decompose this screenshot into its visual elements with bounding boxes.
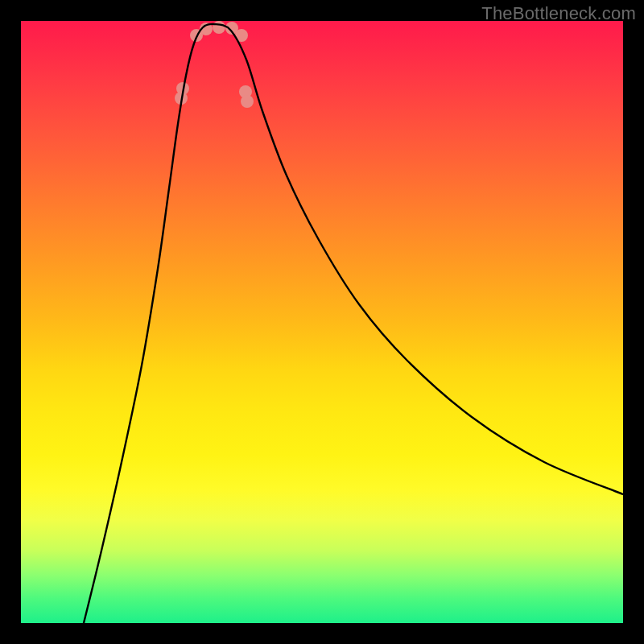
chart-frame: TheBottleneck.com bbox=[0, 0, 644, 644]
bottleneck-curve bbox=[84, 24, 623, 623]
marker-dot bbox=[241, 95, 254, 108]
highlight-dots bbox=[175, 21, 254, 108]
curve-layer bbox=[21, 21, 623, 623]
marker-dot bbox=[213, 21, 225, 34]
watermark-text: TheBottleneck.com bbox=[481, 3, 636, 24]
plot-area bbox=[21, 21, 623, 623]
